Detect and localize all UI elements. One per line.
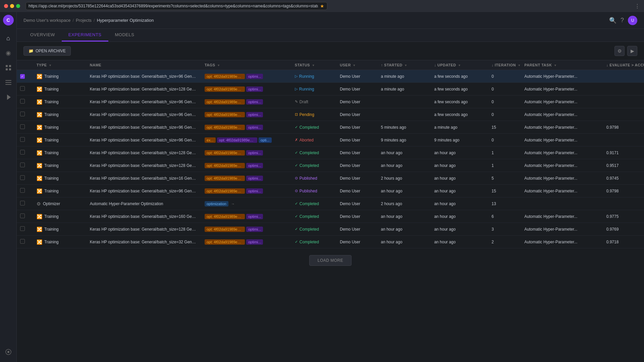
- col-header-started[interactable]: ↑ STARTED ▼: [378, 60, 431, 70]
- row-name-cell[interactable]: Keras HP optimization base: General/batc…: [87, 134, 201, 146]
- sidebar-item-pipelines[interactable]: [2, 90, 15, 104]
- sidebar-item-data[interactable]: [2, 61, 15, 74]
- tab-models[interactable]: MODELS: [108, 29, 141, 42]
- row-checkbox[interactable]: ✓: [20, 74, 25, 79]
- avatar[interactable]: U: [628, 16, 637, 25]
- row-checkbox-cell[interactable]: [17, 108, 33, 121]
- row-checkbox-cell[interactable]: [17, 197, 33, 210]
- row-checkbox[interactable]: [20, 226, 25, 231]
- table-row[interactable]: 🔀 Training Keras HP optimization base: G…: [17, 172, 644, 185]
- row-checkbox[interactable]: [20, 239, 25, 244]
- github-icon[interactable]: [2, 345, 15, 359]
- table-row[interactable]: 🔀 Training Keras HP optimization base: G…: [17, 185, 644, 197]
- col-header-iteration[interactable]: ↓ ITERATION ▼: [488, 60, 521, 70]
- table-row[interactable]: 🔀 Training Keras HP optimization base: G…: [17, 134, 644, 146]
- table-row[interactable]: 🔀 Training Keras HP optimization base: G…: [17, 83, 644, 96]
- sidebar-item-list[interactable]: [2, 76, 15, 89]
- row-name-cell[interactable]: Keras HP optimization base: General/batc…: [87, 108, 201, 121]
- row-checkbox-cell[interactable]: [17, 146, 33, 159]
- sidebar-item-home[interactable]: ⌂: [2, 32, 15, 45]
- row-checkbox[interactable]: [20, 99, 25, 104]
- tab-overview[interactable]: OVERVIEW: [23, 29, 62, 42]
- col-header-name[interactable]: NAME: [87, 60, 201, 70]
- row-checkbox[interactable]: [20, 86, 25, 91]
- row-user-cell: Demo User: [336, 108, 377, 121]
- row-name-cell[interactable]: Keras HP optimization base: General/batc…: [87, 70, 201, 83]
- row-checkbox-cell[interactable]: [17, 83, 33, 96]
- experiments-table-wrap[interactable]: TYPE ▼ NAME TAGS ▼ STATUS: [17, 60, 644, 362]
- row-checkbox-cell[interactable]: [17, 236, 33, 248]
- row-checkbox-cell[interactable]: [17, 121, 33, 134]
- sidebar-item-experiments[interactable]: ◉: [2, 46, 15, 60]
- row-name-cell[interactable]: Keras HP optimization base: General/batc…: [87, 83, 201, 96]
- row-checkbox[interactable]: [20, 137, 25, 142]
- row-iteration-cell: 3: [488, 223, 521, 236]
- app-logo[interactable]: C: [3, 15, 14, 25]
- table-row[interactable]: ✓ 🔀 Training Keras HP optimization base:…: [17, 70, 644, 83]
- bookmark-icon[interactable]: ★: [320, 3, 324, 9]
- table-row[interactable]: 🔀 Training Keras HP optimization base: G…: [17, 96, 644, 108]
- address-bar[interactable]: ★: [25, 2, 327, 10]
- col-header-type[interactable]: TYPE ▼: [33, 60, 87, 70]
- row-name-cell[interactable]: Keras HP optimization base: General/batc…: [87, 121, 201, 134]
- row-checkbox-cell[interactable]: [17, 159, 33, 172]
- play-icon[interactable]: ▶: [627, 46, 637, 56]
- close-button[interactable]: [4, 4, 8, 8]
- row-checkbox-cell[interactable]: [17, 96, 33, 108]
- menu-dots-icon[interactable]: ⋮: [635, 3, 640, 9]
- row-type-cell: 🔀 Training: [33, 223, 87, 236]
- table-row[interactable]: 🔀 Training Keras HP optimization base: G…: [17, 108, 644, 121]
- row-name-cell[interactable]: Keras HP optimization base: General/batc…: [87, 172, 201, 185]
- row-checkbox[interactable]: [20, 214, 25, 218]
- table-row[interactable]: 🔀 Training Keras HP optimization base: G…: [17, 236, 644, 248]
- table-row[interactable]: 🔀 Training Keras HP optimization base: G…: [17, 159, 644, 172]
- row-checkbox[interactable]: [20, 175, 25, 180]
- col-header-tags[interactable]: TAGS ▼: [201, 60, 291, 70]
- col-header-user[interactable]: USER ▼: [336, 60, 377, 70]
- breadcrumb-projects[interactable]: Projects: [76, 18, 92, 23]
- row-checkbox-cell[interactable]: [17, 134, 33, 146]
- row-checkbox[interactable]: [20, 150, 25, 155]
- minimize-button[interactable]: [10, 4, 14, 8]
- table-row[interactable]: 🔀 Training Keras HP optimization base: G…: [17, 223, 644, 236]
- row-checkbox-cell[interactable]: [17, 172, 33, 185]
- settings-icon[interactable]: ⚙: [614, 46, 625, 56]
- row-checkbox-cell[interactable]: [17, 223, 33, 236]
- row-name-cell[interactable]: Keras HP optimization base: General/batc…: [87, 159, 201, 172]
- row-name-cell[interactable]: Keras HP optimization base: General/batc…: [87, 185, 201, 197]
- row-checkbox-cell[interactable]: [17, 185, 33, 197]
- table-row[interactable]: 🔀 Training Keras HP optimization base: G…: [17, 121, 644, 134]
- url-input[interactable]: [29, 4, 318, 8]
- row-name-cell[interactable]: Automatic Hyper-Parameter Optimization: [87, 197, 201, 210]
- help-icon[interactable]: ?: [621, 17, 624, 24]
- row-checkbox[interactable]: [20, 124, 25, 129]
- row-name-cell[interactable]: Keras HP optimization base: General/batc…: [87, 236, 201, 248]
- row-type-cell: 🔀 Training: [33, 185, 87, 197]
- row-iteration-cell: 2: [488, 236, 521, 248]
- row-name-cell[interactable]: Keras HP optimization base: General/batc…: [87, 223, 201, 236]
- table-row[interactable]: 🔀 Training Keras HP optimization base: G…: [17, 146, 644, 159]
- load-more-button[interactable]: LOAD MORE: [309, 255, 352, 266]
- col-header-updated[interactable]: ↓ UPDATED ▼: [431, 60, 488, 70]
- row-checkbox-cell[interactable]: ✓: [17, 70, 33, 83]
- table-row[interactable]: 🔀 Training Keras HP optimization base: G…: [17, 210, 644, 223]
- tab-experiments[interactable]: EXPERIMENTS: [62, 29, 108, 42]
- col-header-parent[interactable]: PARENT TASK ▼: [521, 60, 603, 70]
- row-checkbox[interactable]: [20, 112, 25, 116]
- col-header-accuracy[interactable]: ↓ evaluate > accura: [603, 60, 644, 70]
- row-type-cell: 🔀 Training: [33, 83, 87, 96]
- search-icon[interactable]: 🔍: [609, 17, 616, 24]
- row-name-cell[interactable]: Keras HP optimization base: General/batc…: [87, 210, 201, 223]
- breadcrumb-workspace[interactable]: Demo User's workspace: [23, 18, 70, 23]
- col-header-status[interactable]: STATUS ▼: [291, 60, 336, 70]
- row-name-cell[interactable]: Keras HP optimization base: General/batc…: [87, 146, 201, 159]
- row-checkbox[interactable]: [20, 163, 25, 167]
- row-name-cell[interactable]: Keras HP optimization base: General/batc…: [87, 96, 201, 108]
- maximize-button[interactable]: [16, 4, 20, 8]
- row-checkbox[interactable]: [20, 201, 25, 205]
- open-archive-button[interactable]: 📁 OPEN ARCHIVE: [23, 46, 71, 56]
- row-checkbox[interactable]: [20, 188, 25, 193]
- row-checkbox-cell[interactable]: [17, 210, 33, 223]
- table-row[interactable]: ⚙ Optimizer Automatic Hyper-Parameter Op…: [17, 197, 644, 210]
- svg-rect-6: [5, 84, 11, 85]
